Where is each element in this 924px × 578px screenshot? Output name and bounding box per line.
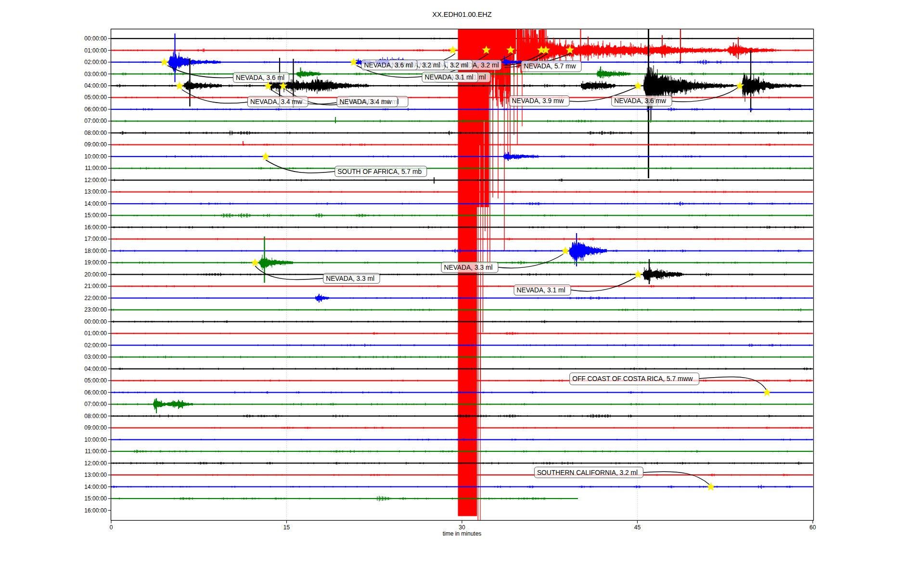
- svg-text:13:00:00: 13:00:00: [84, 188, 107, 195]
- svg-text:17:00:00: 17:00:00: [84, 236, 107, 242]
- svg-text:NEVADA, 3.6 mw: NEVADA, 3.6 mw: [614, 97, 666, 105]
- svg-text:22:00:00: 22:00:00: [84, 295, 107, 302]
- svg-text:30: 30: [459, 524, 465, 531]
- svg-text:NEVADA, 3.1 ml: NEVADA, 3.1 ml: [517, 287, 565, 294]
- svg-text:SOUTHERN CALIFORNIA, 3.2 ml: SOUTHERN CALIFORNIA, 3.2 ml: [537, 469, 638, 476]
- svg-text:SOUTH OF AFRICA, 5.7 mb: SOUTH OF AFRICA, 5.7 mb: [337, 168, 422, 175]
- svg-text:04:00:00: 04:00:00: [84, 82, 107, 89]
- svg-text:12:00:00: 12:00:00: [84, 177, 107, 184]
- svg-text:OFF COAST OF COSTA RICA, 5.7 m: OFF COAST OF COSTA RICA, 5.7 mww: [572, 375, 693, 382]
- svg-text:0: 0: [110, 524, 113, 531]
- svg-text:21:00:00: 21:00:00: [84, 283, 107, 289]
- svg-text:NEVADA, 3.3 ml: NEVADA, 3.3 ml: [444, 264, 493, 271]
- svg-text:13:00:00: 13:00:00: [84, 472, 107, 478]
- svg-text:NEVADA, 3.6 ml: NEVADA, 3.6 ml: [364, 62, 413, 69]
- svg-text:10:00:00: 10:00:00: [84, 436, 107, 443]
- svg-text:08:00:00: 08:00:00: [84, 130, 107, 136]
- svg-text:03:00:00: 03:00:00: [84, 354, 107, 360]
- svg-text:NEVADA, 3.6 ml: NEVADA, 3.6 ml: [236, 74, 284, 81]
- svg-text:01:00:00: 01:00:00: [84, 330, 107, 337]
- svg-text:60: 60: [809, 524, 816, 531]
- svg-text:time in minutes: time in minutes: [443, 530, 482, 537]
- svg-text:09:00:00: 09:00:00: [84, 424, 107, 431]
- svg-text:NEVADA, 3.9 mw: NEVADA, 3.9 mw: [512, 97, 564, 105]
- svg-text:15:00:00: 15:00:00: [84, 212, 107, 219]
- svg-text:23:00:00: 23:00:00: [84, 306, 107, 313]
- svg-text:11:00:00: 11:00:00: [85, 165, 107, 171]
- svg-text:08:00:00: 08:00:00: [84, 413, 107, 420]
- svg-text:01:00:00: 01:00:00: [84, 47, 107, 54]
- svg-text:NEVADA, 3.4 mw: NEVADA, 3.4 mw: [340, 98, 392, 105]
- svg-text:00:00:00: 00:00:00: [84, 318, 107, 325]
- svg-text:NEVADA, 5.7 mw: NEVADA, 5.7 mw: [524, 63, 576, 70]
- svg-text:14:00:00: 14:00:00: [84, 200, 107, 207]
- svg-text:07:00:00: 07:00:00: [84, 118, 107, 124]
- svg-text:NEVADA, 3.1 ml: NEVADA, 3.1 ml: [425, 74, 474, 81]
- svg-text:06:00:00: 06:00:00: [84, 106, 107, 113]
- svg-text:16:00:00: 16:00:00: [84, 507, 107, 514]
- svg-text:NEVADA, 3.4 mw: NEVADA, 3.4 mw: [250, 98, 302, 105]
- svg-text:20:00:00: 20:00:00: [84, 271, 107, 278]
- svg-text:14:00:00: 14:00:00: [84, 484, 107, 490]
- svg-text:XX.EDH01.00.EHZ: XX.EDH01.00.EHZ: [432, 11, 491, 18]
- svg-text:NEVADA, 3.3 ml: NEVADA, 3.3 ml: [326, 275, 374, 282]
- svg-text:15:00:00: 15:00:00: [84, 495, 107, 502]
- svg-text:12:00:00: 12:00:00: [84, 460, 107, 467]
- svg-text:07:00:00: 07:00:00: [84, 401, 107, 407]
- svg-text:04:00:00: 04:00:00: [84, 366, 107, 372]
- svg-text:45: 45: [634, 524, 641, 531]
- svg-text:10:00:00: 10:00:00: [84, 153, 107, 160]
- svg-text:09:00:00: 09:00:00: [84, 141, 107, 148]
- svg-text:00:00:00: 00:00:00: [84, 35, 107, 42]
- svg-text:16:00:00: 16:00:00: [84, 224, 107, 231]
- svg-text:05:00:00: 05:00:00: [84, 94, 107, 101]
- svg-text:06:00:00: 06:00:00: [84, 389, 107, 396]
- svg-text:15: 15: [283, 524, 290, 531]
- svg-text:19:00:00: 19:00:00: [84, 259, 107, 266]
- svg-text:18:00:00: 18:00:00: [84, 248, 107, 254]
- svg-text:11:00:00: 11:00:00: [85, 448, 107, 455]
- svg-text:03:00:00: 03:00:00: [84, 71, 107, 78]
- svg-text:02:00:00: 02:00:00: [84, 59, 107, 66]
- svg-text:05:00:00: 05:00:00: [84, 377, 107, 384]
- svg-text:02:00:00: 02:00:00: [84, 342, 107, 349]
